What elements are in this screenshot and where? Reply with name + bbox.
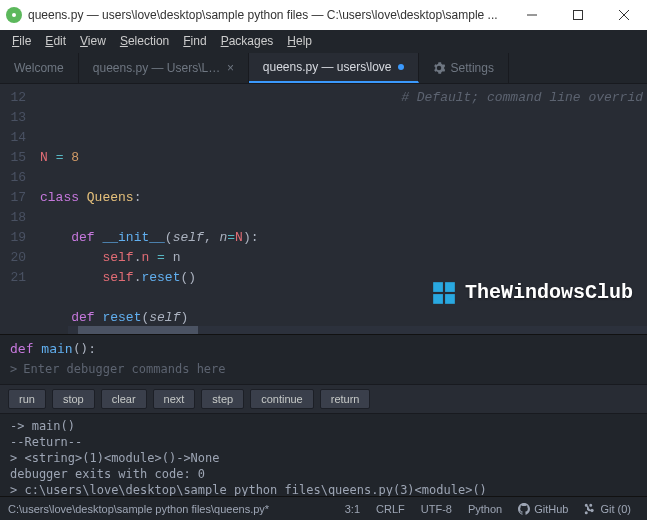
debugger-panel: def main(): > Enter debugger commands he… [0,334,647,496]
status-eol[interactable]: CRLF [368,503,413,515]
maximize-button[interactable] [555,0,601,30]
tab-label: queens.py — Users\Love [93,61,221,75]
debugger-continue-button[interactable]: continue [250,389,314,409]
watermark: TheWindowsClub [431,280,633,306]
debugger-placeholder: Enter debugger commands here [23,362,225,376]
line-number: 13 [0,108,26,128]
code-editor[interactable]: 12131415161718192021 # Default; command … [0,84,647,334]
editor-scrollbar[interactable] [68,326,647,334]
close-button[interactable] [601,0,647,30]
debugger-step-button[interactable]: step [201,389,244,409]
debugger-clear-button[interactable]: clear [101,389,147,409]
watermark-text: TheWindowsClub [465,283,633,303]
gear-icon [433,62,445,74]
status-encoding[interactable]: UTF-8 [413,503,460,515]
tab-0[interactable]: Welcome [0,53,79,83]
tab-modified-dot [398,64,404,70]
menu-edit[interactable]: Edit [39,32,72,50]
app-icon [6,7,22,23]
menu-packages[interactable]: Packages [215,32,280,50]
status-language[interactable]: Python [460,503,510,515]
svg-point-1 [12,13,16,17]
tab-bar: Welcomequeens.py — Users\Love×queens.py … [0,52,647,84]
line-number: 18 [0,208,26,228]
code-area[interactable]: # Default; command line overrid N = 8 cl… [34,84,647,334]
code-comment: # Default; command line overrid [401,88,643,108]
code-line[interactable]: def reset(self) [34,308,647,328]
minimize-button[interactable] [509,0,555,30]
git-branch-icon [584,503,596,515]
menu-find[interactable]: Find [177,32,212,50]
svg-rect-6 [445,294,455,304]
line-number: 12 [0,88,26,108]
code-line[interactable] [34,208,647,228]
line-number: 15 [0,148,26,168]
line-gutter: 12131415161718192021 [0,84,34,334]
window-titlebar: queens.py — users\love\desktop\sample py… [0,0,647,30]
tab-label: Settings [451,61,494,75]
code-line[interactable] [34,168,647,188]
status-git[interactable]: Git (0) [576,503,639,515]
scrollbar-thumb[interactable] [78,326,198,334]
menubar: FileEditViewSelectionFindPackagesHelp [0,30,647,52]
debugger-input-row[interactable]: > Enter debugger commands here [0,358,647,384]
svg-rect-4 [445,282,455,292]
code-line[interactable]: def __init__(self, n=N): [34,228,647,248]
line-number: 16 [0,168,26,188]
svg-rect-5 [433,294,443,304]
debugger-context: def main(): [0,335,647,358]
debugger-toolbar: runstopclearnextstepcontinuereturn [0,384,647,414]
tab-3[interactable]: Settings [419,53,509,83]
menu-view[interactable]: View [74,32,112,50]
debugger-run-button[interactable]: run [8,389,46,409]
window-title: queens.py — users\love\desktop\sample py… [28,8,509,22]
svg-rect-2 [574,11,583,20]
github-icon [518,503,530,515]
debugger-next-button[interactable]: next [153,389,196,409]
status-bar: C:\users\love\desktop\sample python file… [0,496,647,520]
status-git-label: Git (0) [600,503,631,515]
tab-label: queens.py — users\love [263,60,392,74]
status-github-label: GitHub [534,503,568,515]
line-number: 20 [0,248,26,268]
menu-file[interactable]: File [6,32,37,50]
line-number: 14 [0,128,26,148]
debugger-stop-button[interactable]: stop [52,389,95,409]
tab-label: Welcome [14,61,64,75]
menu-selection[interactable]: Selection [114,32,175,50]
tab-1[interactable]: queens.py — Users\Love× [79,53,249,83]
svg-rect-3 [433,282,443,292]
debugger-return-button[interactable]: return [320,389,371,409]
line-number: 21 [0,268,26,288]
debugger-prompt: > [10,362,17,376]
code-line[interactable]: N = 8 [34,148,647,168]
status-github[interactable]: GitHub [510,503,576,515]
debugger-output[interactable]: -> main() --Return-- > <string>(1)<modul… [0,414,647,496]
status-cursor[interactable]: 3:1 [337,503,368,515]
code-line[interactable]: self.n = n [34,248,647,268]
line-number: 17 [0,188,26,208]
menu-help[interactable]: Help [281,32,318,50]
code-line[interactable]: class Queens: [34,188,647,208]
line-number: 19 [0,228,26,248]
status-file-path[interactable]: C:\users\love\desktop\sample python file… [8,503,337,515]
tab-close-icon[interactable]: × [227,61,234,75]
tab-2[interactable]: queens.py — users\love [249,53,419,83]
